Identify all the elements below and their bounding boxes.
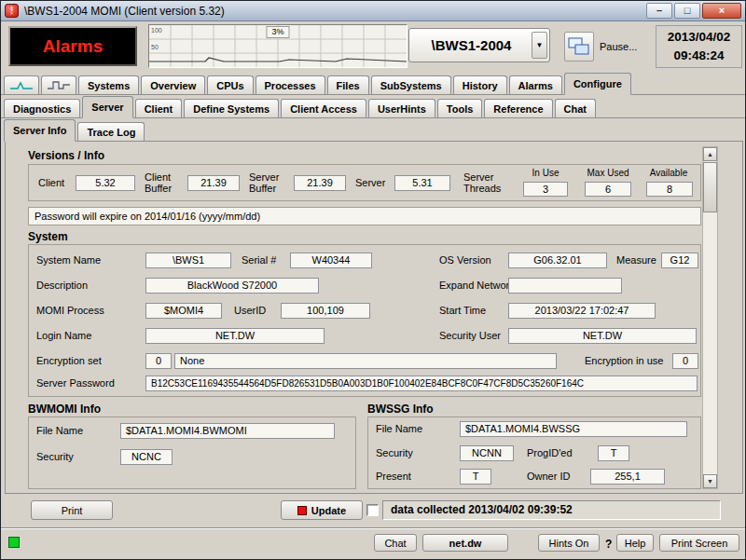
max-used-field: 6 [585,182,631,197]
serial-label: Serial # [242,253,276,268]
tab-trend-graph[interactable] [4,75,39,94]
data-collected-status: data collected 2013/04/02 09:39:52 [382,500,721,520]
present-label: Present [376,469,411,485]
bwssg-security-field: NCNN [460,445,514,461]
tab-userhints[interactable]: UserHints [368,99,435,117]
hints-toggle-button[interactable]: Hints On [538,534,600,552]
print-screen-button[interactable]: Print Screen [659,534,739,552]
owner-id-label: Owner ID [527,469,570,485]
print-button[interactable]: Print [31,500,113,520]
meter-value-label: 3% [266,26,289,38]
alarms-button[interactable]: Alarms [8,26,137,66]
start-time-field: 2013/03/22 17:02:47 [508,303,656,319]
cpu-busy-meter: 100 50 3% [148,24,408,68]
security-user-label: Security User [439,328,501,344]
tab-systems[interactable]: Systems [78,75,139,94]
bwmomi-title: BWMOMI Info [28,403,101,416]
encryption-set-label: Encryption set [36,353,102,369]
scroll-up-icon[interactable]: ▲ [703,147,717,161]
tab-overview[interactable]: Overview [141,75,205,94]
tab-server[interactable]: Server [82,96,132,118]
update-button[interactable]: Update [281,500,363,520]
update-button-label: Update [311,505,346,516]
screens-icon [564,32,594,61]
tab-processes[interactable]: Processes [256,75,325,94]
description-field: BlackWood S72000 [145,278,319,294]
os-version-label: OS Version [439,253,491,268]
date-text: 2013/04/02 [656,28,741,47]
bwmomi-file-name-label: File Name [36,423,83,439]
max-used-header: Max Used [579,168,637,179]
pause-button[interactable]: Pause... [564,27,652,65]
momi-process-label: MOMI Process [36,303,104,319]
help-question-mark: ? [605,538,612,551]
progid-label: ProgID'ed [527,445,573,461]
vertical-scrollbar[interactable]: ▲ ▼ [702,146,718,489]
tab-subsystems[interactable]: SubSystems [371,75,451,94]
owner-id-field: 255,1 [590,469,665,485]
bwssg-security-label: Security [376,445,413,461]
password-expiry-note: Password will expire on 2014/01/16 (yyyy… [28,207,701,225]
progid-field: T [598,445,629,461]
tab-reference[interactable]: Reference [484,99,552,117]
server-info-panel: Versions / Info Client 5.32 Client Buffe… [5,141,743,494]
titlebar: ! \BWS1-2004 MOMI (Client version 5.32) … [1,1,745,21]
tab-define-systems[interactable]: Define Systems [184,99,279,117]
maximize-button[interactable]: □ [674,3,700,19]
trend-graph-icon [9,78,34,93]
server-tabstrip: Server Info Trace Log [1,118,745,141]
time-text: 09:48:24 [656,47,741,65]
connection-led-icon [8,537,20,548]
start-time-label: Start Time [439,303,486,319]
description-label: Description [36,278,88,294]
momi-window: ! \BWS1-2004 MOMI (Client version 5.32) … [0,0,746,560]
update-led-icon [297,506,307,515]
tab-diagnostics[interactable]: Diagnostics [4,99,80,117]
current-user-button[interactable]: net.dw [422,534,508,552]
userid-label: UserID [234,303,266,319]
encryption-set-field: 0 [145,353,172,369]
encryption-in-use-field: 0 [672,353,698,369]
tab-chat[interactable]: Chat [555,99,596,117]
tab-configure[interactable]: Configure [564,73,631,95]
tab-files[interactable]: Files [327,75,369,94]
scrollbar-thumb[interactable] [703,162,717,212]
bwmomi-file-name-field: $DATA1.MOMI4.BWMOMI [120,423,335,439]
tab-alarms[interactable]: Alarms [509,75,562,94]
configure-tabstrip: Diagnostics Server Client Define Systems… [1,95,745,118]
system-selector[interactable]: \BWS1-2004 ▼ [408,28,550,62]
bwssg-group: File Name $DATA1.MOMI4.BWSSG Security NC… [367,417,701,489]
tab-pulse-graph[interactable] [41,75,76,94]
pulse-graph-icon [47,78,71,93]
versions-title: Versions / Info [28,149,104,162]
tab-server-info[interactable]: Server Info [4,119,76,142]
toolbar: Alarms 100 50 3% \BWS1-2004 ▼ [1,21,745,72]
available-field: 8 [646,182,693,197]
tab-trace-log[interactable]: Trace Log [77,122,145,141]
help-button[interactable]: Help [616,534,654,552]
scroll-down-icon[interactable]: ▼ [703,474,717,488]
login-name-label: Login Name [36,328,91,344]
serial-field: W40344 [290,253,372,268]
measure-label: Measure [616,253,656,268]
tab-client-access[interactable]: Client Access [281,99,366,117]
data-collected-checkbox[interactable] [366,504,379,516]
client-version-field: 5.32 [76,175,135,191]
chat-button[interactable]: Chat [374,534,417,552]
app-icon: ! [5,4,19,18]
system-name-field: \BWS1 [145,253,231,268]
bwssg-file-name-label: File Name [376,421,422,437]
encryption-in-use-label: Encryption in use [585,353,663,369]
minimize-button[interactable]: – [646,3,672,19]
bwssg-file-name-field: $DATA1.MOMI4.BWSSG [460,421,687,437]
tab-tools[interactable]: Tools [437,99,483,117]
tab-history[interactable]: History [453,75,507,94]
clock-display: 2013/04/02 09:48:24 [656,25,742,68]
tab-cpus[interactable]: CPUs [207,75,253,94]
expand-network-field [508,278,622,294]
chevron-down-icon[interactable]: ▼ [532,32,547,59]
tab-client[interactable]: Client [135,99,183,117]
close-button[interactable]: × [702,3,741,19]
footer-bar: Print Update data collected 2013/04/02 0… [1,494,745,528]
login-name-field: NET.DW [145,328,325,344]
